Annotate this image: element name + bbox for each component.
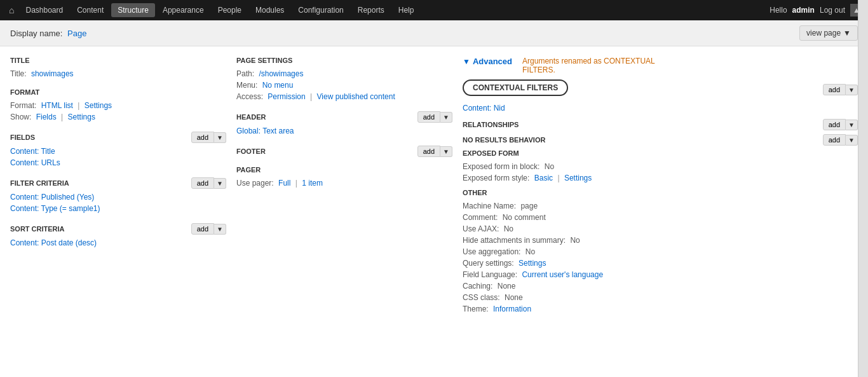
show-settings-link[interactable]: Settings bbox=[68, 113, 95, 121]
filter1-link[interactable]: Content: Published (Yes) bbox=[10, 193, 94, 202]
greeting-text: Hello bbox=[770, 6, 787, 15]
main-content: TITLE Title: showimages FORMAT Format: H… bbox=[0, 46, 868, 325]
header-add-dropdown[interactable]: ▼ bbox=[440, 112, 452, 123]
caching-row: Caching: None bbox=[463, 280, 858, 292]
nav-people[interactable]: People bbox=[212, 3, 248, 17]
no-results-add-dropdown[interactable]: ▼ bbox=[846, 135, 858, 146]
filter-add-btn[interactable]: add ▼ bbox=[191, 177, 226, 189]
header-add-btn[interactable]: add ▼ bbox=[417, 111, 452, 123]
field-lang-link[interactable]: Current user's language bbox=[522, 270, 603, 279]
nav-dashboard[interactable]: Dashboard bbox=[19, 3, 69, 17]
filter-add-button[interactable]: add bbox=[191, 177, 214, 189]
fields-add-button[interactable]: add bbox=[191, 132, 214, 143]
access-view-published-link[interactable]: View published content bbox=[317, 92, 395, 101]
nav-appearance[interactable]: Appearance bbox=[156, 3, 210, 17]
path-value-link[interactable]: /showimages bbox=[259, 69, 303, 78]
filter-section-header: FILTER CRITERIA bbox=[10, 179, 69, 187]
exposed-block-row: Exposed form in block: No bbox=[463, 161, 858, 172]
query-settings-link[interactable]: Settings bbox=[519, 259, 546, 268]
header-add-button[interactable]: add bbox=[417, 111, 440, 123]
sort-section-header-wrap: SORT CRITERIA add ▼ bbox=[10, 223, 226, 235]
exposed-style-row: Exposed form style: Basic | Settings bbox=[463, 172, 858, 184]
show-value-link[interactable]: Fields bbox=[36, 113, 57, 121]
top-navigation: ⌂ Dashboard Content Structure Appearance… bbox=[0, 0, 868, 20]
relationships-add-btn[interactable]: add ▼ bbox=[823, 119, 858, 130]
header-section-header-wrap: HEADER add ▼ bbox=[236, 111, 452, 123]
no-results-row: NO RESULTS BEHAVIOR add ▼ bbox=[463, 134, 858, 146]
sort-add-button[interactable]: add bbox=[191, 223, 214, 235]
exposed-style-settings-link[interactable]: Settings bbox=[564, 174, 592, 182]
filter-add-dropdown[interactable]: ▼ bbox=[214, 178, 226, 189]
theme-link[interactable]: Information bbox=[493, 305, 531, 313]
sort-add-dropdown[interactable]: ▼ bbox=[214, 224, 226, 235]
nav-modules[interactable]: Modules bbox=[249, 3, 290, 17]
contextual-add-dropdown[interactable]: ▼ bbox=[846, 85, 858, 95]
sort1-link[interactable]: Content: Post date (desc) bbox=[10, 238, 97, 247]
footer-add-button[interactable]: add bbox=[417, 146, 440, 157]
field2-row: Content: URLs bbox=[10, 157, 226, 168]
fields-section-header-wrap: FIELDS add ▼ bbox=[10, 132, 226, 143]
content-nid-link[interactable]: Content: Nid bbox=[463, 104, 505, 113]
nav-structure[interactable]: Structure bbox=[111, 3, 155, 17]
view-page-dropdown-icon[interactable]: ▼ bbox=[843, 29, 851, 38]
display-name-bar: Display name: Page view page ▼ bbox=[0, 20, 868, 46]
menu-value-link[interactable]: No menu bbox=[262, 81, 294, 90]
nav-help[interactable]: Help bbox=[392, 3, 421, 17]
footer-section-header-wrap: FOOTER add ▼ bbox=[236, 146, 452, 157]
logout-link[interactable]: Log out bbox=[820, 6, 845, 15]
advanced-header: ▼ Advanced bbox=[463, 57, 512, 66]
path-row: Path: /showimages bbox=[236, 68, 452, 79]
relationships-add-button[interactable]: add bbox=[823, 119, 846, 130]
contextual-filters-box: CONTEXTUAL FILTERS bbox=[463, 79, 568, 96]
advanced-title[interactable]: Advanced bbox=[473, 57, 512, 66]
exposed-style-basic-link[interactable]: Basic bbox=[534, 174, 553, 182]
no-results-add-btn[interactable]: add ▼ bbox=[823, 134, 858, 146]
format-value-link[interactable]: HTML list bbox=[41, 101, 73, 110]
home-icon[interactable]: ⌂ bbox=[5, 3, 18, 18]
scrollbar[interactable] bbox=[858, 0, 868, 377]
aggregation-row: Use aggregation: No bbox=[463, 246, 858, 257]
access-row: Access: Permission | View published cont… bbox=[236, 91, 452, 102]
filter-section-header-wrap: FILTER CRITERIA add ▼ bbox=[10, 177, 226, 189]
nav-configuration[interactable]: Configuration bbox=[292, 3, 349, 17]
footer-add-dropdown[interactable]: ▼ bbox=[440, 146, 452, 157]
format-settings-link[interactable]: Settings bbox=[85, 101, 112, 110]
ajax-row: Use AJAX: No bbox=[463, 223, 858, 235]
display-name-label: Display name: bbox=[10, 29, 62, 38]
fields-add-btn[interactable]: add ▼ bbox=[191, 132, 226, 143]
field1-link[interactable]: Content: Title bbox=[10, 147, 55, 156]
nav-content[interactable]: Content bbox=[71, 3, 110, 17]
sort-section-header: SORT CRITERIA bbox=[10, 225, 65, 233]
nav-right: Hello admin Log out ▲ bbox=[770, 4, 863, 17]
contextual-add-btn[interactable]: add ▼ bbox=[823, 84, 858, 95]
css-row: CSS class: None bbox=[463, 292, 858, 303]
contextual-add-button[interactable]: add bbox=[823, 84, 846, 95]
menu-row: Menu: No menu bbox=[236, 79, 452, 91]
display-name-value[interactable]: Page bbox=[67, 29, 86, 38]
filter2-link[interactable]: Content: Type (= sample1) bbox=[10, 204, 100, 213]
relationships-add-dropdown[interactable]: ▼ bbox=[846, 120, 858, 130]
title-section-header: TITLE bbox=[10, 57, 226, 64]
no-results-add-button[interactable]: add bbox=[823, 134, 846, 146]
header-value-link[interactable]: Global: Text area bbox=[236, 127, 294, 135]
show-row: Show: Fields | Settings bbox=[10, 111, 226, 123]
middle-column: PAGE SETTINGS Path: /showimages Menu: No… bbox=[236, 57, 452, 315]
footer-add-btn[interactable]: add ▼ bbox=[417, 146, 452, 157]
format-section-header: FORMAT bbox=[10, 88, 226, 96]
comment-row: Comment: No comment bbox=[463, 212, 858, 223]
query-row: Query settings: Settings bbox=[463, 257, 858, 269]
sort-add-btn[interactable]: add ▼ bbox=[191, 223, 226, 235]
fields-add-dropdown[interactable]: ▼ bbox=[214, 132, 226, 143]
machine-name-row: Machine Name: page bbox=[463, 200, 858, 212]
pager-full-link[interactable]: Full bbox=[278, 179, 290, 188]
title-value-link[interactable]: showimages bbox=[31, 69, 74, 78]
field2-link[interactable]: Content: URLs bbox=[10, 158, 60, 167]
nav-reports[interactable]: Reports bbox=[351, 3, 391, 17]
pager-section-header: PAGER bbox=[236, 166, 452, 174]
contextual-filters-row: CONTEXTUAL FILTERS add ▼ bbox=[463, 79, 858, 100]
access-permission-link[interactable]: Permission bbox=[268, 92, 305, 101]
no-results-header: NO RESULTS BEHAVIOR bbox=[463, 136, 545, 144]
fields-section-header: FIELDS bbox=[10, 134, 35, 141]
pager-item-link[interactable]: 1 item bbox=[302, 179, 323, 188]
view-page-button[interactable]: view page ▼ bbox=[799, 25, 858, 41]
